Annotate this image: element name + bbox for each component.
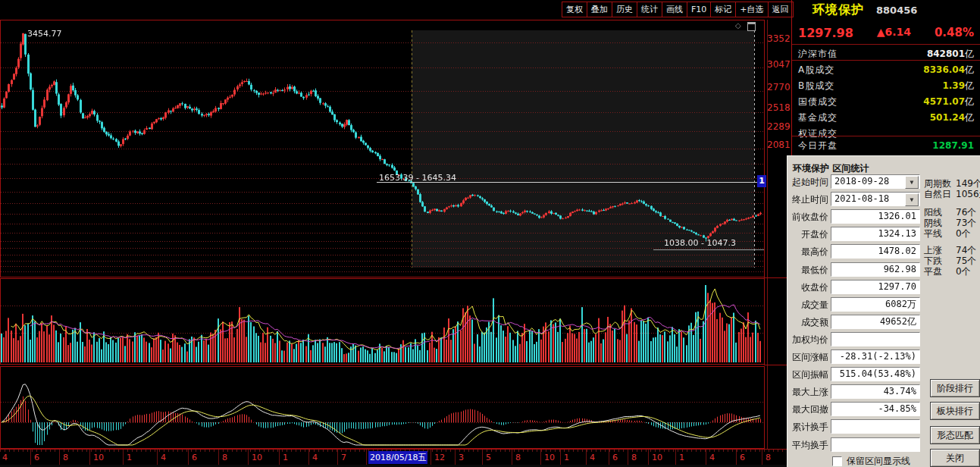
main-candlestick-chart[interactable] xyxy=(0,20,766,277)
pane-border-ext xyxy=(764,277,787,278)
stock-name: 环境保护 xyxy=(812,2,864,18)
timeline-month-label: 8 xyxy=(222,453,227,462)
timeline-month-label: 10 xyxy=(652,453,662,462)
toolbar-buttons: 复权叠加历史统计画线F10标记+自选返回 xyxy=(562,2,794,17)
field-input-3[interactable]: 1326.01 xyxy=(831,209,920,224)
field-label-11: 区间涨幅 xyxy=(789,351,828,364)
quote-separator xyxy=(792,136,980,136)
field-input-1[interactable]: 2018-09-28▼ xyxy=(831,174,920,189)
axis-tick-label: 2518 xyxy=(767,102,791,113)
field-label-1: 起始时间 xyxy=(789,176,828,189)
quote-value: 1287.91 xyxy=(932,139,974,153)
market-quote-panel: 1297.98 ▲6.14 0.48% 沪深市值842801亿A股成交8336.… xyxy=(792,20,980,158)
axis-tick-label: 2289 xyxy=(767,121,791,132)
field-input-11[interactable]: -28.31(-2.13%) xyxy=(831,349,920,364)
field-value: 6082万 xyxy=(885,298,916,311)
field-input-16[interactable] xyxy=(831,437,920,452)
field-input-12[interactable]: 515.04(53.48%) xyxy=(831,367,920,381)
field-label-15: 累计换手 xyxy=(789,421,828,434)
top-toolbar: 复权叠加历史统计画线F10标记+自选返回 环境保护 880456 xyxy=(0,0,980,20)
field-label-9: 成交额 xyxy=(789,316,828,329)
field-input-6[interactable]: 962.98 xyxy=(831,262,920,277)
field-input-7[interactable]: 1297.70 xyxy=(831,280,920,294)
dropdown-button[interactable]: ▼ xyxy=(905,176,919,189)
field-value: 1478.02 xyxy=(878,245,916,258)
volume-chart[interactable] xyxy=(0,278,766,365)
toolbar-button-统计[interactable]: 统计 xyxy=(637,2,662,17)
toolbar-button-F10[interactable]: F10 xyxy=(687,2,711,17)
dropdown-button[interactable]: ▼ xyxy=(905,193,919,206)
field-value: 2018-09-28 xyxy=(834,175,889,188)
panel-button-关闭[interactable]: 关闭 xyxy=(930,449,980,467)
timeline-separator xyxy=(157,450,158,465)
axis-tick-label: 2081 xyxy=(767,139,791,150)
field-label-14: 最大回撤 xyxy=(789,403,828,416)
panel-button-形态匹配[interactable]: 形态匹配 xyxy=(930,426,980,444)
timeline-separator xyxy=(123,450,124,465)
field-input-2[interactable]: 2021-08-18▼ xyxy=(831,192,920,206)
field-label-5: 最高价 xyxy=(789,246,828,259)
marker-badge: 1 xyxy=(757,175,766,187)
timeline-month-label: 6 xyxy=(612,453,618,462)
gap-label-lower: 1038.00 - 1047.3 xyxy=(664,238,736,248)
field-label-6: 最低价 xyxy=(789,264,828,277)
timeline-separator xyxy=(308,450,309,465)
timeline-month-label: 8 xyxy=(515,453,521,462)
field-label-16: 平均换手 xyxy=(789,439,828,452)
field-value: 49652亿 xyxy=(880,315,916,328)
field-value: 43.74% xyxy=(884,385,916,398)
timeline-separator xyxy=(337,450,338,465)
timeline-month-label: 1 xyxy=(127,453,132,462)
field-value: 1297.70 xyxy=(878,281,916,293)
timeline-date-highlight[interactable]: 2018/05/18五 xyxy=(368,451,427,464)
timeline-month-label: 1 xyxy=(564,453,569,462)
field-value: 2021-08-18 xyxy=(834,193,889,205)
quote-value: 8336.04亿 xyxy=(923,63,974,77)
toolbar-button-+自选[interactable]: +自选 xyxy=(735,2,768,17)
field-label-8: 成交量 xyxy=(789,299,828,312)
toolbar-button-画线[interactable]: 画线 xyxy=(662,2,687,17)
restore-window-icon[interactable] xyxy=(747,22,756,31)
quote-separator xyxy=(792,60,980,61)
macd-indicator-chart[interactable] xyxy=(0,366,766,449)
timeline-separator xyxy=(366,450,367,465)
quote-row: A股成交8336.04亿 xyxy=(798,63,974,77)
timeline-month-label: 10 xyxy=(252,453,262,462)
field-input-5[interactable]: 1478.02 xyxy=(831,244,920,259)
field-input-4[interactable]: 1324.13 xyxy=(831,227,920,241)
stat-自然日: 自然日1056天 xyxy=(924,188,980,201)
field-label-3: 前收盘价 xyxy=(789,211,828,224)
panel-button-阶段排行[interactable]: 阶段排行 xyxy=(930,379,980,397)
toolbar-button-历史[interactable]: 历史 xyxy=(612,2,637,17)
toolbar-button-返回[interactable]: 返回 xyxy=(768,2,794,17)
timeline-month-label: 6 xyxy=(34,453,39,462)
timeline-axis[interactable]: 46810146810147123581014681014682018/05/1… xyxy=(0,449,787,466)
timeline-month-label: 12 xyxy=(434,453,445,462)
timeline-month-label: 6 xyxy=(192,453,197,462)
stat-平盘: 平盘0个 xyxy=(924,265,971,278)
field-input-8[interactable]: 6082万 xyxy=(831,297,920,312)
field-label-13: 最大上涨 xyxy=(789,386,828,399)
field-input-14[interactable]: -34.85% xyxy=(831,402,920,416)
timeline-month-label: 5 xyxy=(486,453,491,462)
field-label-7: 收盘价 xyxy=(789,281,828,294)
last-price: 1297.98 xyxy=(798,26,853,41)
field-input-15[interactable] xyxy=(831,419,920,434)
field-input-13[interactable]: 43.74% xyxy=(831,384,920,399)
timeline-month-label: 8 xyxy=(766,453,771,462)
panel-button-板块排行[interactable]: 板块排行 xyxy=(930,402,980,420)
timeline-month-label: 3 xyxy=(459,453,464,462)
stock-code: 880456 xyxy=(876,5,917,16)
timeline-separator xyxy=(455,450,456,465)
toolbar-button-复权[interactable]: 复权 xyxy=(562,2,587,17)
toolbar-button-标记[interactable]: 标记 xyxy=(710,2,736,17)
field-input-9[interactable]: 49652亿 xyxy=(831,315,920,329)
toolbar-button-叠加[interactable]: 叠加 xyxy=(587,2,612,17)
diamond-icon[interactable]: ◇ xyxy=(735,21,741,30)
peak-price-label: 3454.77 xyxy=(27,29,62,39)
timeline-separator xyxy=(736,450,737,465)
stat-平线: 平线0个 xyxy=(924,227,971,240)
timeline-separator xyxy=(30,450,31,465)
field-input-10[interactable] xyxy=(831,332,920,346)
keep-range-lines-checkbox[interactable] xyxy=(832,456,842,466)
